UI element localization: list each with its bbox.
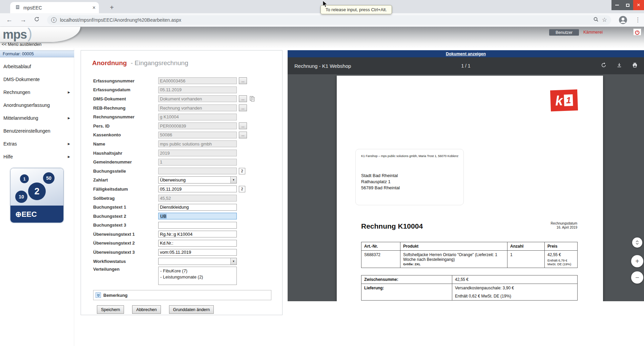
field-label: Gemeindenummer: [93, 159, 158, 165]
user-button[interactable]: Benutzer: [549, 29, 579, 36]
address-bar[interactable]: i localhost/mpsnf/mpsEEC/Anordnung%20Bea…: [47, 15, 611, 25]
ueberweisungstext-3-input[interactable]: [158, 249, 237, 256]
kassenkonto-lookup-button[interactable]: ...: [239, 132, 247, 138]
department-label[interactable]: Kämmerei: [583, 30, 603, 35]
faelligkeitsdatum-2-button[interactable]: 2: [239, 186, 245, 192]
sidebar-item-extras[interactable]: Extras▶: [0, 137, 74, 150]
pers-id-lookup-button[interactable]: ...: [239, 122, 247, 129]
eec-logo-top: 1 2 50 10: [11, 168, 63, 206]
forward-icon[interactable]: →: [20, 17, 26, 23]
field-label: Zahlart: [93, 177, 158, 182]
dms-dokument-lookup-button[interactable]: ...: [239, 95, 247, 102]
reload-icon[interactable]: [34, 16, 40, 23]
sidebar-menu: Arbeitsablauf DMS-Dokumente Rechnungen▶ …: [0, 60, 74, 163]
zahlart-value: Überweisung: [159, 177, 230, 182]
field-row-reb-rechnung: REB-Rechnung...: [93, 103, 273, 113]
search-icon[interactable]: [593, 17, 599, 23]
document-copy-icon[interactable]: [249, 95, 255, 102]
ueberweisungstext-2-input[interactable]: [158, 240, 237, 247]
sidebar-item-mittelanmeldung[interactable]: Mittelanmeldung▶: [0, 112, 74, 124]
dokument-anzeigen-link[interactable]: Dokument anzeigen: [446, 52, 486, 56]
buchungstext-2-input[interactable]: UB: [158, 213, 237, 219]
sidebar: Formular: 00005 Arbeitsablauf DMS-Dokume…: [0, 49, 74, 346]
ueberweisungstext-1-input[interactable]: [158, 231, 237, 237]
list-item[interactable]: - Leistungsmonate (2): [160, 274, 235, 280]
zoom-in-button[interactable]: +: [631, 255, 643, 267]
sidebar-item-arbeitsablauf[interactable]: Arbeitsablauf: [0, 60, 74, 73]
new-tab-button[interactable]: +: [107, 3, 117, 12]
window-maximize-button[interactable]: [622, 0, 633, 10]
site-info-icon[interactable]: i: [51, 17, 57, 23]
mps-logo-text: mps: [3, 28, 27, 41]
bookmark-star-icon[interactable]: ☆: [602, 17, 607, 23]
browser-toolbar: ← → i localhost/mpsnf/mpsEEC/Anordnung%2…: [0, 13, 644, 27]
tab-close-icon[interactable]: ×: [92, 5, 96, 11]
lieferung-label: Lieferung:: [361, 284, 452, 301]
download-icon[interactable]: [616, 62, 622, 70]
tab-title: mpsEEC: [23, 5, 92, 11]
window-minimize-button[interactable]: [611, 0, 622, 10]
url-text[interactable]: localhost/mpsnf/mpsEEC/Anordnung%20Bearb…: [60, 17, 590, 23]
zoom-out-button[interactable]: −: [631, 271, 643, 284]
browser-menu-icon[interactable]: ⋮: [635, 16, 641, 23]
window-close-button[interactable]: ×: [633, 0, 644, 10]
bemerkung-section[interactable]: Bemerkung: [93, 290, 271, 300]
sollbetrag-input: [158, 195, 237, 201]
buchungstext-3-input[interactable]: [158, 222, 237, 229]
reb-rechnung-lookup-button[interactable]: ...: [239, 104, 247, 111]
field-row-ueberweisungstext-1: Überweisungstext 1: [93, 230, 273, 239]
faelligkeitsdatum-input[interactable]: [158, 186, 237, 192]
col-header: Produkt: [400, 242, 507, 251]
table-row: Lieferung: Versandkostenpauschale: 3,90 …: [361, 284, 578, 301]
field-row-zahlart: ZahlartÜberweisung▼: [93, 176, 273, 185]
produkt-cell: Softshelljacke Herren Ontario "Orange" (…: [400, 251, 507, 268]
field-label: Erfassungsnummer: [93, 78, 158, 83]
kassenkonto-input: [158, 132, 237, 138]
field-row-buchungsstelle: Buchungsstelle2: [93, 167, 273, 176]
field-row-buchungstext-2: Buchungstext 2UB: [93, 212, 273, 221]
field-row-buchungstext-3: Buchungstext 3: [93, 221, 273, 230]
verteilungen-listbox[interactable]: - FibuKore (7)- Leistungsmonate (2): [158, 267, 237, 285]
invoice-title: Rechnung K10004: [361, 222, 423, 230]
col-header: Anzahl: [507, 242, 545, 251]
pdf-viewer[interactable]: k 1 K1 Fanshop – mps public solutions gm…: [288, 74, 644, 301]
hide-menu-link[interactable]: << Menü ausblenden: [2, 42, 41, 47]
sidebar-item-anordnungserfassung[interactable]: Anordnungserfassung: [0, 99, 74, 112]
erfassungsdatum-input: [158, 86, 237, 93]
field-row-pers-id: Pers. ID...: [93, 121, 273, 131]
form-subtitle: - Eingangsrechnung: [131, 59, 188, 66]
field-label: Überweisungstext 3: [93, 250, 158, 255]
speichern-button[interactable]: Speichern: [97, 305, 124, 314]
form-buttons: Speichern Abbrechen Grunddaten ändern: [97, 305, 214, 314]
submenu-arrow-icon: ▶: [68, 91, 70, 94]
print-icon[interactable]: [632, 62, 638, 70]
abbrechen-button[interactable]: Abbrechen: [132, 305, 161, 314]
list-item[interactable]: - FibuKore (7): [160, 268, 235, 274]
field-row-kassenkonto: Kassenkonto...: [93, 131, 273, 140]
workflowstatus-select[interactable]: ▼: [158, 258, 237, 265]
submenu-arrow-icon: ▶: [68, 142, 70, 146]
field-row-ueberweisungstext-2: Überweisungstext 2: [93, 239, 273, 248]
sidebar-item-rechnungen[interactable]: Rechnungen▶: [0, 86, 74, 99]
buchungsstelle-2-button[interactable]: 2: [239, 168, 245, 174]
expand-chevron-icon[interactable]: [96, 292, 101, 298]
profile-avatar[interactable]: [619, 16, 627, 24]
browser-tab[interactable]: mpsEEC ×: [10, 2, 99, 13]
sidebar-item-dms-dokumente[interactable]: DMS-Dokumente: [0, 73, 74, 86]
field-row-name: Name: [93, 139, 273, 149]
buchungstext-1-input[interactable]: [158, 204, 237, 211]
page-indicator: 1 / 1: [288, 63, 644, 69]
logout-button[interactable]: [633, 28, 641, 36]
rotate-icon[interactable]: [601, 62, 607, 70]
sidebar-item-hilfe[interactable]: Hilfe▶: [0, 150, 74, 163]
sidebar-item-benutzereinstellungen[interactable]: Benutzereinstellungen: [0, 124, 74, 137]
back-icon[interactable]: ←: [6, 17, 13, 23]
fit-page-button[interactable]: [632, 237, 642, 248]
mwst-note: Enthält 6,79 € MwSt. DE (19%): [547, 258, 575, 266]
grunddaten-aendern-button[interactable]: Grunddaten ändern: [169, 305, 214, 314]
field-label: DMS-Dokument: [93, 96, 158, 101]
field-row-erfassungsdatum: Erfassungsdatum: [93, 85, 273, 95]
zahlart-select[interactable]: Überweisung▼: [158, 176, 237, 184]
selected-text: UB: [160, 214, 167, 219]
erfassungsnummer-lookup-button[interactable]: ...: [239, 77, 247, 84]
